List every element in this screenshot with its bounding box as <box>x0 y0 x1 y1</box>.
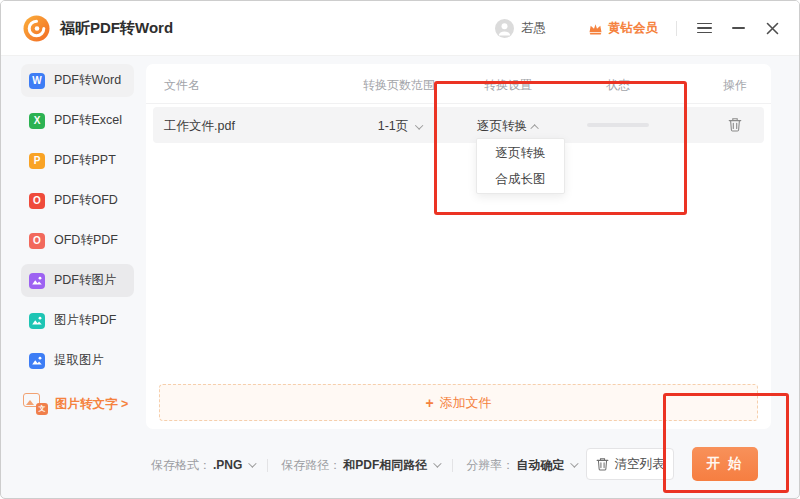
convert-setting-menu: 逐页转换 合成长图 <box>476 138 565 194</box>
column-filename: 文件名 <box>164 77 200 94</box>
ofd2pdf-badge-icon: O <box>29 233 45 249</box>
add-file-button[interactable]: + 添加文件 <box>159 384 758 421</box>
sidebar-item-pdf-to-excel[interactable]: X PDF转Excel <box>21 104 134 137</box>
sidebar-item-ofd-to-pdf[interactable]: O OFD转PDF <box>21 224 134 257</box>
app-logo-icon <box>23 15 50 42</box>
sidebar: W PDF转Word X PDF转Excel P PDF转PPT O PDF转O… <box>21 64 134 415</box>
divider <box>267 459 268 472</box>
sidebar-link-image-to-text[interactable]: 文 图片转文字 > <box>21 393 134 415</box>
image-badge-icon <box>29 313 45 329</box>
sidebar-item-label: 图片转PDF <box>54 312 117 329</box>
menu-option-long-image[interactable]: 合成长图 <box>477 167 564 191</box>
menu-button[interactable] <box>693 17 715 39</box>
trash-icon <box>728 117 742 132</box>
delete-file-button[interactable] <box>728 117 742 135</box>
image-badge-icon <box>29 353 45 369</box>
file-list-panel: 文件名 转换页数范围 转换设置 状态 操作 工作文件.pdf 1-1页 逐页转换… <box>146 64 771 429</box>
plus-icon: + <box>425 395 433 411</box>
table-row: 工作文件.pdf 1-1页 逐页转换 <box>153 107 764 143</box>
ppt-badge-icon: P <box>29 153 45 169</box>
chevron-down-icon <box>434 459 442 467</box>
close-icon <box>766 22 779 35</box>
sidebar-item-image-to-pdf[interactable]: 图片转PDF <box>21 304 134 337</box>
excel-badge-icon: X <box>29 113 45 129</box>
image-badge-icon <box>29 273 45 289</box>
user-avatar-icon[interactable] <box>495 19 514 38</box>
convert-setting-dropdown[interactable]: 逐页转换 <box>477 118 539 135</box>
divider <box>452 459 453 472</box>
sidebar-item-label: OFD转PDF <box>54 232 118 249</box>
app-title: 福昕PDF转Word <box>60 19 173 38</box>
chevron-up-icon <box>530 124 538 132</box>
page-range-dropdown[interactable]: 1-1页 <box>378 118 421 135</box>
save-path-value: 和PDF相同路径 <box>343 457 427 474</box>
file-name: 工作文件.pdf <box>164 118 235 135</box>
resolution-label: 分辨率： <box>466 457 514 474</box>
membership-label: 黄钻会员 <box>608 20 658 37</box>
sidebar-item-label: PDF转PPT <box>54 152 116 169</box>
table-header: 文件名 转换页数范围 转换设置 状态 操作 <box>146 64 771 104</box>
sidebar-item-label: PDF转OFD <box>54 192 118 209</box>
username[interactable]: 若愚 <box>521 20 546 37</box>
column-status: 状态 <box>606 77 630 94</box>
save-path-dropdown[interactable]: 保存路径： 和PDF相同路径 <box>281 457 439 474</box>
membership-link[interactable]: 黄钻会员 <box>588 20 658 37</box>
sidebar-item-pdf-to-word[interactable]: W PDF转Word <box>21 64 134 97</box>
menu-option-page-by-page[interactable]: 逐页转换 <box>477 141 564 165</box>
column-operation: 操作 <box>723 77 747 94</box>
sidebar-item-label: PDF转图片 <box>54 272 117 289</box>
progress-bar <box>587 123 649 127</box>
output-settings-bar: 保存格式： .PNG 保存路径： 和PDF相同路径 分辨率： 自动确定 <box>151 450 576 480</box>
close-button[interactable] <box>761 17 783 39</box>
sidebar-item-label: PDF转Word <box>54 72 121 89</box>
crown-icon <box>588 22 603 35</box>
start-button[interactable]: 开 始 <box>692 447 758 481</box>
image-to-text-label: 图片转文字 > <box>55 396 128 413</box>
image-to-text-icon: 文 <box>23 393 48 415</box>
resolution-dropdown[interactable]: 分辨率： 自动确定 <box>466 457 576 474</box>
sidebar-item-pdf-to-ofd[interactable]: O PDF转OFD <box>21 184 134 217</box>
sidebar-item-pdf-to-ppt[interactable]: P PDF转PPT <box>21 144 134 177</box>
sidebar-item-pdf-to-image[interactable]: PDF转图片 <box>21 264 134 297</box>
save-format-label: 保存格式： <box>151 457 211 474</box>
save-format-dropdown[interactable]: 保存格式： .PNG <box>151 457 254 474</box>
clear-list-button[interactable]: 清空列表 <box>586 448 674 480</box>
chevron-down-icon <box>414 121 422 129</box>
sidebar-item-label: 提取图片 <box>54 352 104 369</box>
add-file-label: 添加文件 <box>440 394 492 412</box>
app-window: 福昕PDF转Word 若愚 黄钻会员 <box>0 0 800 499</box>
titlebar-divider <box>676 21 677 36</box>
save-format-value: .PNG <box>213 458 242 472</box>
clear-list-label: 清空列表 <box>615 456 665 473</box>
save-path-label: 保存路径： <box>281 457 341 474</box>
word-badge-icon: W <box>29 73 45 89</box>
ofd-badge-icon: O <box>29 193 45 209</box>
sidebar-item-extract-images[interactable]: 提取图片 <box>21 344 134 377</box>
title-bar: 福昕PDF转Word 若愚 黄钻会员 <box>1 1 799 56</box>
sidebar-item-label: PDF转Excel <box>54 112 122 129</box>
chevron-down-icon <box>249 459 257 467</box>
minimize-button[interactable] <box>727 17 749 39</box>
trash-icon <box>596 457 609 471</box>
chevron-down-icon <box>571 459 579 467</box>
column-page-range: 转换页数范围 <box>363 77 435 94</box>
resolution-value: 自动确定 <box>516 457 564 474</box>
column-convert-setting: 转换设置 <box>484 77 532 94</box>
